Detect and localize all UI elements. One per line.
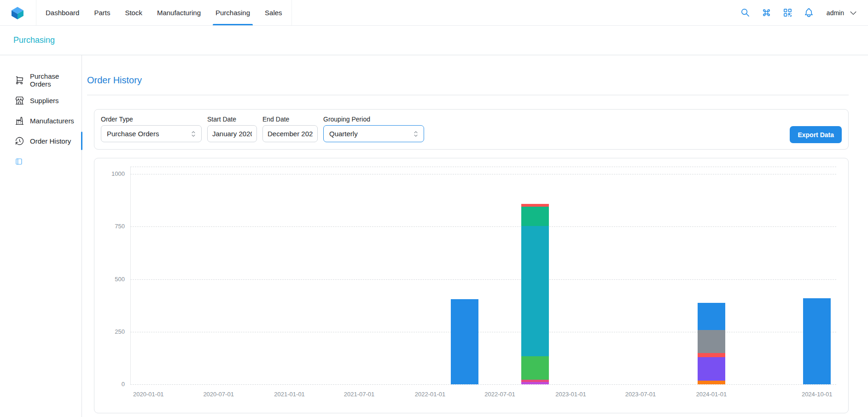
x-tick-label: 2023-07-01 — [615, 391, 666, 398]
chevron-down-icon — [849, 8, 858, 17]
stacked-bar — [451, 299, 478, 384]
start-date-field: Start Date — [207, 116, 257, 142]
sidebar-item-suppliers[interactable]: Suppliers — [0, 90, 82, 110]
bar-segment — [521, 226, 549, 356]
app-logo[interactable] — [10, 6, 25, 20]
bar-segment — [521, 356, 549, 380]
breadcrumb[interactable]: Purchasing — [13, 35, 55, 45]
tab-sales[interactable]: Sales — [257, 0, 290, 25]
username-label: admin — [827, 9, 844, 17]
bar-segment — [803, 298, 831, 384]
y-tick-label: 0 — [102, 381, 125, 388]
sidebar-item-purchase-orders[interactable]: Purchase Orders — [0, 70, 82, 90]
top-navbar: Dashboard Parts Stock Manufacturing Purc… — [0, 0, 868, 26]
end-date-field: End Date — [262, 116, 318, 142]
title-divider — [87, 95, 849, 95]
bar-segment — [698, 303, 725, 330]
order-type-field: Order Type Purchase Orders — [101, 116, 202, 142]
stacked-bar — [521, 204, 549, 384]
grouping-period-field: Grouping Period Quarterly — [323, 116, 424, 142]
header-actions: admin — [740, 7, 858, 18]
x-tick-label: 2020-01-01 — [123, 391, 174, 398]
order-history-chart-card: 025050075010002020-01-012020-07-012021-0… — [94, 158, 849, 413]
grouping-period-select[interactable]: Quarterly — [323, 125, 424, 142]
factory-icon — [15, 116, 24, 126]
x-tick-label: 2022-01-01 — [405, 391, 455, 398]
stacked-bar — [698, 303, 725, 384]
gridline — [130, 384, 836, 385]
y-tick-label: 750 — [102, 223, 125, 230]
tab-dashboard[interactable]: Dashboard — [38, 0, 87, 25]
sidebar: Purchase Orders Suppliers Manufacturers … — [0, 55, 82, 417]
bar-segment — [451, 299, 478, 384]
grouping-period-label: Grouping Period — [323, 116, 424, 123]
sidebar-item-order-history[interactable]: Order History — [0, 131, 82, 151]
y-tick-label: 500 — [102, 276, 125, 283]
main-nav: Dashboard Parts Stock Manufacturing Purc… — [36, 0, 292, 25]
command-icon[interactable] — [761, 7, 772, 18]
x-tick-label: 2024-01-01 — [686, 391, 737, 398]
selector-icon — [189, 130, 198, 138]
shopping-cart-icon — [15, 75, 24, 85]
bar-segment — [698, 330, 725, 353]
sidebar-item-label: Suppliers — [30, 97, 59, 104]
gridline — [130, 167, 836, 167]
x-tick-label: 2023-01-01 — [545, 391, 596, 398]
grouping-period-value: Quarterly — [329, 130, 358, 138]
tab-purchasing[interactable]: Purchasing — [208, 0, 257, 25]
bar-segment — [698, 353, 725, 357]
sidebar-item-label: Manufacturers — [30, 117, 74, 125]
sidebar-toggle-icon[interactable] — [15, 157, 23, 166]
sidebar-item-label: Order History — [30, 137, 71, 145]
user-menu[interactable]: admin — [827, 8, 858, 17]
bar-segment — [698, 357, 725, 381]
bar-segment — [521, 382, 549, 384]
export-data-button[interactable]: Export Data — [790, 126, 842, 143]
search-icon[interactable] — [740, 7, 751, 18]
breadcrumb-bar: Purchasing — [0, 26, 868, 55]
end-date-input[interactable] — [262, 125, 318, 142]
qr-code-icon[interactable] — [782, 7, 793, 18]
page-title: Order History — [87, 75, 142, 86]
sidebar-item-label: Purchase Orders — [30, 72, 79, 88]
gridline — [130, 332, 836, 332]
x-tick-label: 2020-07-01 — [193, 391, 244, 398]
filter-panel: Order Type Purchase Orders Start Date En… — [94, 109, 849, 150]
gridline — [130, 279, 836, 280]
x-tick-label: 2021-07-01 — [334, 391, 384, 398]
start-date-label: Start Date — [207, 116, 257, 123]
selector-icon — [412, 130, 420, 138]
bar-segment — [698, 381, 725, 384]
history-icon — [15, 136, 24, 146]
sidebar-item-manufacturers[interactable]: Manufacturers — [0, 110, 82, 131]
bell-icon[interactable] — [804, 7, 814, 18]
y-tick-label: 250 — [102, 328, 125, 335]
stacked-bar — [803, 298, 831, 384]
tab-stock[interactable]: Stock — [117, 0, 150, 25]
end-date-label: End Date — [262, 116, 318, 123]
tab-parts[interactable]: Parts — [87, 0, 117, 25]
bar-segment — [521, 207, 549, 226]
tab-manufacturing[interactable]: Manufacturing — [150, 0, 208, 25]
x-tick-label: 2024-10-01 — [792, 391, 842, 398]
gridline — [130, 174, 836, 174]
gridline — [130, 226, 836, 227]
x-tick-label: 2022-07-01 — [474, 391, 525, 398]
start-date-input[interactable] — [207, 125, 257, 142]
order-type-select[interactable]: Purchase Orders — [101, 125, 202, 142]
building-store-icon — [15, 96, 24, 105]
order-type-label: Order Type — [101, 116, 202, 123]
order-type-value: Purchase Orders — [107, 130, 159, 138]
chart-plot: 025050075010002020-01-012020-07-012021-0… — [130, 167, 836, 384]
x-tick-label: 2021-01-01 — [264, 391, 315, 398]
y-tick-label: 1000 — [102, 170, 125, 177]
